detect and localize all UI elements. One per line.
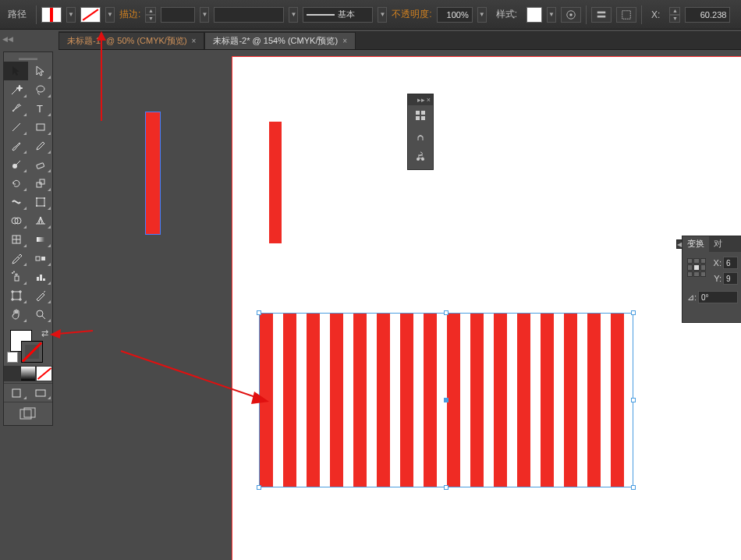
- svg-rect-34: [36, 390, 45, 396]
- shape-builder-tool[interactable]: [4, 211, 28, 230]
- y-field[interactable]: 9: [723, 272, 738, 285]
- collapse-icon[interactable]: ◀: [676, 239, 682, 249]
- hand-tool[interactable]: [4, 305, 28, 324]
- opacity-dropdown[interactable]: ▼: [477, 7, 487, 23]
- resize-handle-nw[interactable]: [257, 310, 261, 315]
- stroke-weight-spinner[interactable]: ▲▼: [145, 7, 156, 23]
- stroke-weight-input[interactable]: [161, 7, 195, 23]
- resize-handle-ne[interactable]: [631, 310, 636, 315]
- resize-handle-n[interactable]: [444, 310, 448, 315]
- mesh-tool[interactable]: [4, 230, 28, 249]
- default-fill-stroke-icon[interactable]: [7, 352, 18, 363]
- reference-point-grid[interactable]: [687, 258, 706, 277]
- eraser-tool[interactable]: [28, 155, 52, 174]
- selection-tool[interactable]: [4, 62, 28, 80]
- scale-tool[interactable]: [28, 174, 52, 193]
- pencil-tool[interactable]: [28, 136, 52, 155]
- x-spinner[interactable]: ▲▼: [669, 7, 680, 23]
- slice-tool[interactable]: [28, 286, 52, 305]
- svg-rect-39: [416, 116, 420, 120]
- draw-mode-button[interactable]: [4, 385, 28, 401]
- expand-docks-icon[interactable]: ◀◀: [0, 31, 16, 47]
- type-tool[interactable]: T: [28, 99, 52, 118]
- magic-wand-tool[interactable]: [4, 80, 28, 99]
- graphic-style[interactable]: [526, 7, 542, 23]
- fill-swatch[interactable]: [41, 7, 62, 23]
- document-tab-1[interactable]: 未标题-1* @ 50% (CMYK/预览) ×: [58, 32, 204, 49]
- symbol-sprayer-tool[interactable]: [4, 268, 28, 286]
- x-value-input[interactable]: 60.238: [685, 7, 730, 23]
- free-transform-tool[interactable]: [28, 193, 52, 211]
- mini-panel-swatches-icon[interactable]: [408, 105, 433, 126]
- mini-panel-header[interactable]: ▸▸ ×: [408, 94, 433, 105]
- perspective-grid-tool[interactable]: [28, 211, 52, 230]
- transform-panel-button[interactable]: [616, 7, 636, 23]
- gradient-tool[interactable]: [28, 230, 52, 249]
- stroke-weight-dropdown[interactable]: ▼: [200, 7, 209, 23]
- variable-width-dropdown[interactable]: ▼: [289, 7, 298, 23]
- object-red-bar-offcanvas[interactable]: [146, 112, 160, 234]
- screen-mode-row: [4, 383, 52, 399]
- resize-handle-s[interactable]: [444, 485, 448, 490]
- canvas-area[interactable]: ▸▸ × ◀ 变换 对 X:6 Y:9 ⊿:0°: [58, 50, 741, 560]
- mini-panel-symbols-icon[interactable]: [408, 146, 433, 166]
- selection-bounding-box[interactable]: [260, 314, 633, 487]
- close-icon[interactable]: ×: [192, 37, 197, 45]
- close-icon[interactable]: ×: [427, 96, 431, 104]
- resize-handle-sw[interactable]: [257, 485, 261, 490]
- x-field[interactable]: 6: [723, 257, 738, 269]
- pen-tool[interactable]: [4, 99, 28, 118]
- variable-width-profile[interactable]: [214, 7, 284, 23]
- svg-rect-37: [416, 111, 420, 115]
- brush-definition[interactable]: 基本: [303, 7, 373, 23]
- control-bar: 路径 ▼ ▼ 描边: ▲▼ ▼ ▼ 基本 ▼ 不透明度: 100% ▼ 样式: …: [0, 0, 741, 30]
- tab-transform[interactable]: 变换: [682, 236, 709, 252]
- fill-stroke-control[interactable]: ⇄: [4, 327, 54, 364]
- svg-rect-11: [37, 183, 41, 187]
- object-red-bar-small[interactable]: [269, 122, 282, 243]
- fill-swatch-dropdown[interactable]: ▼: [66, 7, 76, 23]
- direct-selection-tool[interactable]: [28, 62, 52, 80]
- stroke-swatch[interactable]: [80, 7, 101, 23]
- angle-field[interactable]: 0°: [698, 291, 738, 303]
- blob-brush-tool[interactable]: [4, 155, 28, 174]
- opacity-input[interactable]: 100%: [437, 7, 473, 23]
- graphic-style-dropdown[interactable]: ▼: [547, 7, 556, 23]
- color-mode-none[interactable]: [36, 366, 52, 381]
- svg-rect-23: [41, 257, 45, 261]
- transform-panel[interactable]: ◀ 变换 对 X:6 Y:9 ⊿:0°: [682, 236, 741, 323]
- change-screen-mode[interactable]: [4, 402, 52, 425]
- align-panel-button[interactable]: [591, 7, 612, 23]
- screen-mode-button[interactable]: [28, 385, 52, 401]
- color-mode-gradient[interactable]: [20, 366, 37, 381]
- paintbrush-tool[interactable]: [4, 136, 28, 155]
- floating-mini-panel[interactable]: ▸▸ ×: [407, 94, 434, 170]
- resize-handle-w[interactable]: [257, 398, 261, 402]
- document-tab-2[interactable]: 未标题-2* @ 154% (CMYK/预览) ×: [204, 32, 356, 49]
- resize-handle-se[interactable]: [631, 485, 636, 490]
- line-segment-tool[interactable]: [4, 118, 28, 136]
- collapse-icon[interactable]: ▸▸: [417, 96, 425, 104]
- swap-fill-stroke-icon[interactable]: ⇄: [40, 328, 49, 338]
- resize-handle-e[interactable]: [631, 398, 636, 402]
- recolor-artwork-button[interactable]: [561, 7, 581, 23]
- stroke-swatch-dropdown[interactable]: ▼: [105, 7, 115, 23]
- panel-drag-handle[interactable]: [4, 55, 52, 62]
- tab-align[interactable]: 对: [709, 236, 727, 252]
- rotate-tool[interactable]: [4, 174, 28, 193]
- width-tool[interactable]: [4, 193, 28, 211]
- color-mode-solid[interactable]: [4, 366, 20, 381]
- brush-dropdown[interactable]: ▼: [378, 7, 387, 23]
- mini-panel-brushes-icon[interactable]: [408, 126, 433, 146]
- column-graph-tool[interactable]: [28, 268, 52, 286]
- close-icon[interactable]: ×: [342, 37, 347, 45]
- blend-tool[interactable]: [28, 249, 52, 268]
- svg-point-26: [13, 271, 15, 273]
- zoom-tool[interactable]: [28, 305, 52, 324]
- svg-line-32: [42, 316, 45, 319]
- lasso-tool[interactable]: [28, 80, 52, 99]
- rectangle-tool[interactable]: [28, 118, 52, 136]
- artboard-tool[interactable]: [4, 286, 28, 305]
- eyedropper-tool[interactable]: [4, 249, 28, 268]
- stroke-box[interactable]: [21, 341, 43, 363]
